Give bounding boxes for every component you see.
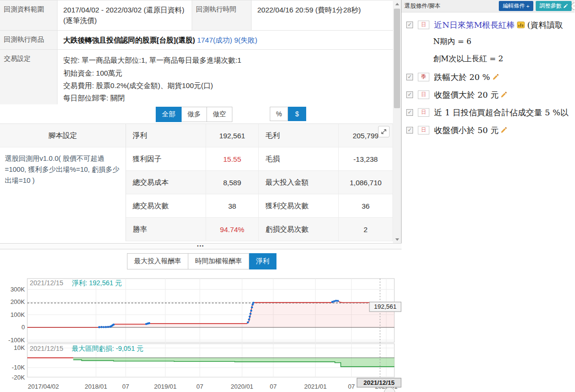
drawdown-cursor-label: 2021/12/15 最大區間虧損: -9,051 元 <box>30 345 143 353</box>
info-row-product: 回測執行商品 大跌後轉強且投信認同的股票[台股](選股) 1747(成功) 9(… <box>0 31 393 50</box>
condition-parameter: 創M次以上長紅 = 2 <box>433 54 575 66</box>
metric-value: 1,086,710 <box>339 171 393 194</box>
x-tick-label: 2018/01 <box>85 383 107 390</box>
trade-marker <box>337 300 339 302</box>
edit-pencil-icon[interactable] <box>500 91 507 98</box>
info-row-range: 回測資料範圍 2017/04/02 - 2022/03/02 (還原日資料) (… <box>0 0 393 31</box>
script-text: 選股回測用v1.0.0( 股價不可超過=1000, 獲利多少出場%=10, 虧損… <box>0 147 126 192</box>
metric-label: 淨利 <box>126 124 206 147</box>
edit-pencil-icon[interactable] <box>500 127 507 134</box>
y-tick-label: 300K <box>11 286 25 293</box>
max-drawdown-cursor-value: 最大區間虧損: -9,051 元 <box>72 345 143 352</box>
trade-marker <box>248 318 250 320</box>
trade-marker <box>101 326 103 328</box>
trade-marker <box>148 322 150 324</box>
frequency-badge: 日 <box>418 90 429 99</box>
trade-marker <box>98 326 100 328</box>
scroll-up-arrow-icon[interactable] <box>393 0 401 8</box>
trade-marker <box>113 324 115 325</box>
condition-checkbox[interactable]: ✓ <box>406 74 413 80</box>
metric-label: 獲利交易次數 <box>259 194 339 218</box>
metric-value: 2 <box>339 218 393 241</box>
trade-marker <box>250 313 252 314</box>
success-fail-link[interactable]: 1747(成功) 9(失敗) <box>197 36 257 44</box>
backtest-app: 回測資料範圍 2017/04/02 - 2022/03/02 (還原日資料) (… <box>0 0 575 392</box>
condition-item: ✓ 日 收盤價小於 50 元 <box>406 124 575 136</box>
metric-value: 36 <box>339 194 393 218</box>
trade-marker <box>253 302 254 303</box>
trade-settings-label: 交易設定 <box>0 50 58 109</box>
filter-panel-actions: 編輯條件 + 調整參數 <box>499 1 572 11</box>
results-table: 腳本設定 選股回測用v1.0.0( 股價不可超過=1000, 獲利多少出場%=1… <box>0 123 393 242</box>
x-tick-label: 2019/01 <box>154 383 177 390</box>
target-value-label: 192,561 <box>374 303 397 310</box>
x-tick-label: 07 <box>196 383 203 390</box>
condition-checkbox[interactable]: ✓ <box>406 109 413 116</box>
scroll-down-arrow-icon[interactable] <box>393 235 401 243</box>
trade-marker <box>249 315 251 317</box>
x-tick-label: 2020/01 <box>231 383 253 390</box>
equity-drawdown-chart: 300K200K100K0-100K10K-10K-20K2017/04/022… <box>0 249 402 392</box>
condition-link[interactable]: 近N日來第M根長紅棒 <box>434 20 515 31</box>
trade-line: 安控: 單一商品最大部位:1, 單一商品每日最多進場次數:1 <box>63 54 242 67</box>
edit-conditions-button[interactable]: 編輯條件 + <box>499 1 533 11</box>
frequency-badge: 日 <box>418 108 429 117</box>
direction-filter: 全部 做多 做空 <box>156 107 232 122</box>
trade-marker <box>105 326 107 328</box>
adjust-params-button[interactable]: 調整參數 <box>536 1 572 11</box>
condition-suffix: (資料讀取 <box>527 20 563 31</box>
metric-label: 總交易次數 <box>126 194 206 218</box>
cursor-date: 2021/12/15 <box>30 345 63 352</box>
condition-item: ✓ 日 近N日來第M根長紅棒 (資料讀取 <box>406 19 575 31</box>
expand-results-button[interactable] <box>378 126 390 137</box>
collapse-panel-icon[interactable]: + <box>571 2 575 10</box>
product-label: 回測執行商品 <box>0 31 58 50</box>
panel-splitter[interactable]: ••• <box>0 243 402 249</box>
metric-label: 勝率 <box>126 218 206 241</box>
trade-marker <box>247 321 249 323</box>
condition-item: ✓ 日 收盤價大於 20 元 <box>406 89 575 101</box>
metric-value: 192,561 <box>206 124 259 147</box>
y-tick-label: 10K <box>14 344 25 351</box>
condition-checkbox[interactable]: ✓ <box>406 127 413 134</box>
dollar-toggle-button[interactable]: $ <box>288 107 306 121</box>
metric-value: 8,589 <box>206 171 259 194</box>
left-panel-scrollbar[interactable] <box>393 0 401 243</box>
chart-section: 最大投入報酬率 時間加權報酬率 淨利 300K200K100K0-100K10K… <box>0 249 402 392</box>
y-tick-label: 200K <box>11 298 25 305</box>
mini-chart-icon[interactable] <box>517 22 525 28</box>
x-tick-label: 2021/01 <box>304 383 327 390</box>
metric-value: 94.74% <box>206 218 259 241</box>
unit-toggle: % $ <box>270 107 306 121</box>
trade-line: 每日部位歸零: 關閉 <box>63 92 242 104</box>
plus-icon: + <box>526 3 529 9</box>
condition-text: 跌幅大於 20 % <box>434 72 490 83</box>
trade-marker <box>333 300 335 302</box>
frequency-badge: 季 <box>418 73 429 81</box>
adjust-params-label: 調整參數 <box>540 2 562 10</box>
condition-item: ✓ 季 跌幅大於 20 % <box>406 71 575 83</box>
script-header: 腳本設定 <box>0 124 126 147</box>
edit-pencil-icon[interactable] <box>492 74 499 80</box>
trade-marker <box>250 310 252 312</box>
filter-short-button[interactable]: 做空 <box>207 107 232 122</box>
condition-checkbox[interactable]: ✓ <box>406 22 413 28</box>
backtest-info-table: 回測資料範圍 2017/04/02 - 2022/03/02 (還原日資料) (… <box>0 0 393 109</box>
condition-checkbox[interactable]: ✓ <box>406 91 413 98</box>
condition-text: 近 1 日投信買超合計佔成交量 5 %以 <box>434 107 568 118</box>
x-tick-label: 2017/04/02 <box>28 383 59 390</box>
trade-marker <box>103 326 104 328</box>
x-tick-label: 07 <box>348 383 355 390</box>
product-value: 大跌後轉強且投信認同的股票[台股](選股) 1747(成功) 9(失敗) <box>58 31 263 50</box>
scrollbar-thumb[interactable] <box>394 9 400 108</box>
net-profit-cursor-value: 淨利: 192,561 元 <box>72 279 122 287</box>
cursor-date-tooltip-label: 2021/12/15 <box>363 379 394 386</box>
exec-time-value: 2022/04/16 20:59 (費時1分28秒) <box>252 0 393 30</box>
y-tick-label: 100K <box>11 311 25 318</box>
filter-all-button[interactable]: 全部 <box>156 107 182 122</box>
percent-toggle-button[interactable]: % <box>270 107 288 121</box>
filter-long-button[interactable]: 做多 <box>182 107 207 122</box>
trade-marker <box>107 326 109 328</box>
trade-line: 交易費用: 股票0.2%(成交金額)、期貨100元(口) <box>63 79 242 92</box>
metric-value: 38 <box>206 194 259 218</box>
